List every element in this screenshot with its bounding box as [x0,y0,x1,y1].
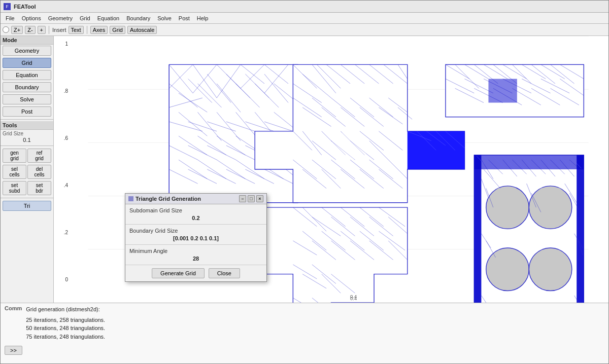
generate-grid-btn[interactable]: Generate Grid [152,268,205,278]
divider-2 [1,145,53,146]
expand-btn[interactable]: >> [5,346,22,355]
divider-3 [1,198,53,198]
mesh-shape-5 [474,155,584,303]
dialog-triangle-grid: Triangle Grid Generation – □ × Subdomain… [125,193,267,282]
grid-size-label: Grid Size [3,131,51,136]
dialog-close-btn[interactable]: × [256,195,263,202]
y-label-6: .6 [64,135,68,141]
menu-help[interactable]: Help [194,14,212,22]
y-label-1: 1 [65,41,68,47]
subdomain-value[interactable]: 0.2 [129,215,262,221]
svg-text:0.4: 0.4 [350,296,357,301]
svg-rect-193 [577,155,584,303]
menu-post[interactable]: Post [176,14,193,22]
log-line-1: 50 iterations, 248 triangulations. [26,324,105,333]
axes-btn[interactable]: Axes [90,26,108,34]
main-area: Mode Geometry Grid Equation Boundary Sol… [1,36,608,303]
y-label-8: .8 [64,88,68,94]
min-angle-row: Minimum Angle 28 [125,245,266,265]
grid-gen-label: Grid generation (distmesh2d): [26,305,105,314]
svg-rect-215 [474,155,584,169]
y-axis: 1 .8 .6 .4 .2 0 [54,36,69,282]
text-btn[interactable]: Text [69,26,84,34]
tools-section: Grid Size 0.1 [1,130,53,144]
y-label-2: .2 [64,230,68,235]
set-row: setsubd setbdr [3,181,51,195]
grid-btn[interactable]: Grid [110,26,125,34]
equation-btn[interactable]: Equation [3,70,51,80]
toolbar-radio[interactable] [3,26,9,33]
dialog-title-text: Triangle Grid Generation [136,196,201,202]
post-btn[interactable]: Post [3,106,51,117]
mode-label: Mode [1,36,53,45]
bottom-area: Comm Grid generation (distmesh2d): 25 it… [1,303,608,363]
menu-geometry[interactable]: Geometry [45,14,76,22]
grid-mode-btn[interactable]: Grid [3,58,51,68]
boundary-value[interactable]: [0.001 0.2 0.1 0.1] [129,235,262,241]
app-icon: F [4,3,11,10]
svg-point-196 [486,248,529,291]
dialog-icon [128,196,133,201]
menu-bar: File Options Geometry Grid Equation Boun… [1,13,608,24]
divider-1 [1,119,53,120]
dialog-actions: Generate Grid Close [125,265,266,281]
svg-rect-145 [488,79,517,103]
svg-point-197 [529,248,572,291]
sel-cells-btn[interactable]: selcells [3,165,26,179]
boundary-btn[interactable]: Boundary [3,82,51,92]
tools-label: Tools [1,121,53,130]
toolbar-sep-2 [87,26,87,34]
ref-grid-btn[interactable]: refgrid [27,149,51,163]
set-bdr-btn[interactable]: setbdr [27,181,51,195]
menu-file[interactable]: File [3,14,18,22]
window-title: FEATool [14,4,36,10]
canvas-area: 1 .8 .6 .4 .2 0 [54,36,608,303]
log-line-0: 25 iterations, 258 triangulations. [26,316,105,324]
gen-grid-btn[interactable]: gengrid [3,149,26,163]
subdomain-label: Subdomain Grid Size [129,207,262,213]
mesh-shape-3 [446,64,584,117]
zoom-minus-btn[interactable]: Z- [25,26,35,34]
menu-options[interactable]: Options [19,14,44,22]
svg-point-194 [486,186,529,229]
svg-point-195 [529,186,572,229]
y-label-4: .4 [64,183,68,188]
boundary-row: Boundary Grid Size [0.001 0.2 0.1 0.1] [125,225,266,245]
title-bar: F FEATool [1,1,608,13]
menu-grid[interactable]: Grid [77,14,93,22]
min-angle-label: Minimum Angle [129,248,262,254]
dialog-minimize-btn[interactable]: – [239,195,246,202]
toolbar-sep-1 [49,26,49,34]
boundary-label: Boundary Grid Size [129,228,262,234]
menu-solve[interactable]: Solve [154,14,175,22]
zoom-reset-btn[interactable]: + [38,26,46,34]
toolbar: Z+ Z- + Insert Text Axes Grid Autoscale [1,24,608,36]
sidebar: Mode Geometry Grid Equation Boundary Sol… [1,36,54,303]
menu-boundary[interactable]: Boundary [123,14,153,22]
min-angle-value[interactable]: 28 [129,256,262,262]
y-label-0: 0 [65,277,68,282]
zoom-radio[interactable] [3,26,9,33]
solve-btn[interactable]: Solve [3,94,51,104]
log-line-2: 75 iterations, 248 triangulations. [26,333,105,341]
log-content: Grid generation (distmesh2d): 25 iterati… [26,305,105,341]
svg-rect-192 [474,155,481,303]
set-subd-btn[interactable]: setsubd [3,181,26,195]
zoom-plus-btn[interactable]: Z+ [11,26,23,34]
gen-ref-row: gengrid refgrid [3,149,51,163]
dialog-controls: – □ × [239,195,263,202]
geometry-btn[interactable]: Geometry [3,46,51,56]
dialog-close-action-btn[interactable]: Close [209,268,240,278]
grid-size-value: 0.1 [3,137,51,143]
main-window: F FEATool File Options Geometry Grid Equ… [0,0,609,364]
dialog-maximize-btn[interactable]: □ [248,195,255,202]
svg-point-117 [331,131,369,160]
tri-btn[interactable]: Tri [3,201,51,211]
sel-del-row: selcells delcells [3,165,51,179]
svg-marker-146 [255,207,408,303]
subdomain-row: Subdomain Grid Size 0.2 [125,204,266,225]
menu-equation[interactable]: Equation [94,14,122,22]
autoscale-btn[interactable]: Autoscale [127,26,157,34]
del-cells-btn[interactable]: delcells [27,165,51,179]
comm-label: Comm [5,305,22,311]
